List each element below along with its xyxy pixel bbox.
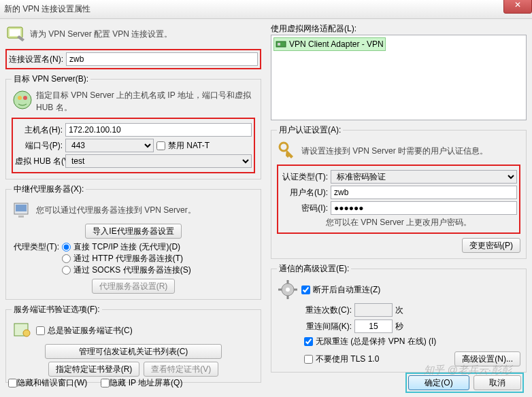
hide-err-checkbox[interactable] [8, 379, 17, 387]
count-label: 重连次数(C): [304, 305, 352, 316]
svg-rect-6 [16, 205, 27, 211]
proxy-direct-radio[interactable] [62, 243, 71, 252]
conn-name-label: 连接设置名(N): [9, 54, 63, 65]
proxy-desc: 您可以通过代理服务器连接到 VPN Server。 [36, 205, 196, 216]
svg-point-14 [286, 288, 290, 292]
proxy-http-label: 通过 HTTP 代理服务器连接(T) [73, 253, 183, 264]
adapter-item-label: VPN Client Adapter - VPN [289, 39, 384, 49]
svg-point-2 [14, 91, 31, 109]
auth-type-select[interactable]: 标准密码验证 [331, 170, 517, 184]
tls-label: 不要使用 TLS 1.0 [316, 353, 379, 365]
host-label: 主机名(H): [15, 124, 63, 136]
cert-group: 服务端证书验证选项(F): 总是验证服务端证书(C) 管理可信发证机关证书列表(… [5, 304, 261, 383]
pass-input[interactable] [331, 201, 517, 215]
natt-checkbox[interactable] [156, 141, 165, 150]
interval-unit: 秒 [395, 321, 403, 332]
change-pass-button[interactable]: 变更密码(P) [462, 238, 520, 253]
proxy-socks-radio[interactable] [62, 266, 71, 275]
svg-point-9 [23, 330, 30, 336]
window-title: 新的 VPN 连接设置属性 [4, 3, 90, 15]
titlebar: 新的 VPN 连接设置属性 ✕ [0, 0, 532, 19]
adapter-listbox[interactable]: VPN Client Adapter - VPN [271, 35, 527, 120]
natt-label: 禁用 NAT-T [168, 140, 210, 152]
interval-label: 重连间隔(K): [304, 321, 352, 332]
infinite-checkbox[interactable] [304, 337, 313, 346]
nic-icon [276, 39, 286, 50]
count-input [354, 303, 393, 317]
server-icon [12, 89, 33, 111]
proxy-group: 中继代理服务器(X): 您可以通过代理服务器连接到 VPN Server。 导入… [5, 184, 261, 300]
target-server-legend: 目标 VPN Server(B): [12, 73, 90, 85]
intro-text: 请为 VPN Server 配置 VPN 连接设置。 [30, 29, 172, 40]
hide-err-label: 隐藏和错误窗口(W) [17, 377, 87, 389]
always-verify-label: 总是验证服务端证书(C) [48, 325, 133, 336]
port-select[interactable]: 443 [65, 139, 154, 152]
vpn-icon [5, 23, 27, 45]
hub-label: 虚拟 HUB 名(V): [15, 156, 63, 167]
redial-label: 断开后自动重连(Z) [313, 284, 380, 296]
adv-group: 通信的高级设置(E): 断开后自动重连(Z) 重连次数(C): 次 重连间隔(K… [271, 263, 527, 373]
auth-note: 您可以在 VPN Server 上更改用户密码。 [326, 218, 471, 227]
user-label: 用户名(U): [280, 187, 328, 198]
gear-icon [277, 279, 299, 300]
keys-icon [277, 140, 299, 162]
target-server-group: 目标 VPN Server(B): 指定目标 VPN Server 上的主机名或… [5, 73, 261, 179]
target-server-desc: 指定目标 VPN Server 上的主机名或 IP 地址，端口号和虚拟 HUB … [36, 89, 255, 114]
svg-point-3 [18, 96, 22, 100]
cert-icon [12, 320, 33, 341]
hub-select[interactable]: test [65, 154, 252, 168]
port-label: 端口号(P): [15, 140, 63, 152]
interval-input[interactable] [354, 320, 393, 333]
proxy-direct-label: 直接 TCP/IP 连接 (无代理)(D) [73, 241, 180, 253]
proxy-settings-button[interactable]: 代理服务器设置(R) [92, 279, 176, 294]
ok-button[interactable]: 确定(O) [408, 375, 469, 390]
svg-rect-7 [18, 215, 24, 218]
pass-label: 密码(I): [280, 203, 328, 214]
import-ie-button[interactable]: 导入IE代理服务器设置 [85, 224, 181, 239]
count-unit: 次 [395, 305, 403, 316]
svg-point-12 [280, 143, 288, 151]
auth-group: 用户认证设置(A): 请设置连接到 VPN Server 时需要的用户认证信息。… [271, 124, 527, 259]
adv-legend: 通信的高级设置(E): [277, 263, 351, 275]
adv-settings-button[interactable]: 高级设置(N)... [454, 351, 520, 366]
infinite-label: 无限重连 (总是保持 VPN 在线) (I) [316, 336, 436, 347]
hide-ip-label: 隐藏 IP 地址屏幕(Q) [110, 377, 182, 389]
svg-point-4 [23, 96, 27, 100]
redial-checkbox[interactable] [301, 286, 310, 294]
cert-legend: 服务端证书验证选项(F): [12, 304, 102, 315]
adapter-label: 使用虚拟网络适配器(L): [271, 24, 356, 33]
conn-name-input[interactable] [66, 52, 258, 66]
hide-ip-checkbox[interactable] [101, 379, 110, 387]
cancel-button[interactable]: 取消 [473, 375, 521, 390]
auth-type-label: 认证类型(T): [280, 171, 328, 183]
proxy-type-label: 代理类型(T): [12, 241, 59, 253]
always-verify-checkbox[interactable] [36, 326, 45, 335]
host-input[interactable] [65, 123, 252, 137]
proxy-icon [12, 199, 33, 221]
svg-rect-1 [10, 29, 20, 36]
tls-checkbox[interactable] [304, 355, 313, 364]
svg-rect-11 [278, 43, 280, 46]
close-button[interactable]: ✕ [503, 0, 532, 14]
user-input[interactable] [331, 186, 517, 199]
auth-desc: 请设置连接到 VPN Server 时需要的用户认证信息。 [301, 145, 488, 157]
adapter-item[interactable]: VPN Client Adapter - VPN [273, 37, 386, 51]
ca-list-button[interactable]: 管理可信发证机关证书列表(C) [45, 344, 222, 359]
proxy-legend: 中继代理服务器(X): [12, 184, 86, 195]
proxy-http-radio[interactable] [62, 254, 71, 263]
auth-legend: 用户认证设置(A): [277, 124, 343, 136]
proxy-socks-label: 通过 SOCKS 代理服务器连接(S) [73, 264, 191, 276]
